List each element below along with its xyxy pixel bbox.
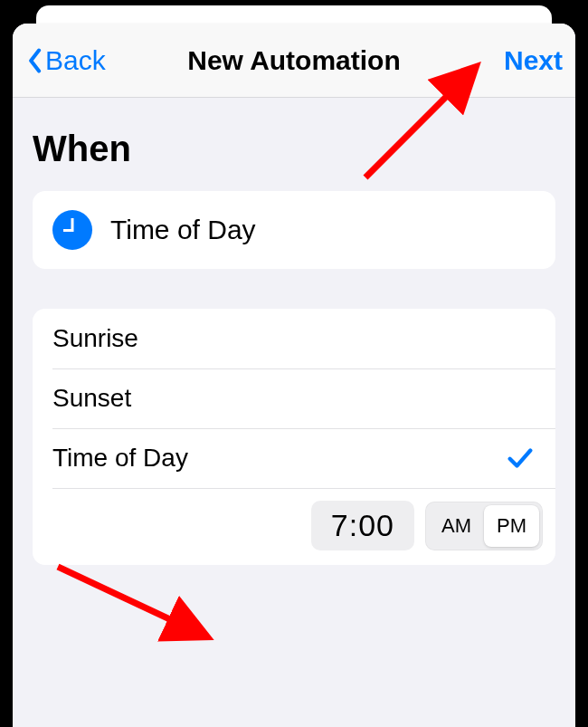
time-picker-row: 7:00 AM PM [33, 488, 555, 565]
svg-line-1 [58, 567, 203, 635]
section-heading: When [33, 98, 555, 191]
option-label: Time of Day [52, 444, 188, 473]
option-sunset[interactable]: Sunset [33, 368, 555, 428]
option-label: Sunset [52, 384, 131, 413]
back-label: Back [45, 45, 106, 76]
time-value[interactable]: 7:00 [311, 501, 414, 550]
trigger-row[interactable]: Time of Day [33, 191, 555, 269]
back-button[interactable]: Back [25, 45, 106, 76]
option-sunrise[interactable]: Sunrise [33, 309, 555, 368]
ampm-segmented-control[interactable]: AM PM [425, 502, 543, 550]
time-options-group: Sunrise Sunset Time of Day 7:00 AM PM [33, 309, 555, 565]
trigger-label: Time of Day [110, 215, 256, 245]
next-button[interactable]: Next [504, 45, 563, 76]
segment-pm[interactable]: PM [484, 505, 539, 547]
modal-sheet: Back New Automation Next When Time of Da… [13, 24, 575, 727]
navigation-bar: Back New Automation Next [13, 24, 575, 98]
segment-am[interactable]: AM [429, 505, 484, 547]
option-time-of-day[interactable]: Time of Day [33, 428, 555, 488]
clock-icon [52, 210, 92, 250]
chevron-left-icon [25, 45, 43, 76]
annotation-arrow-icon [49, 549, 230, 657]
option-label: Sunrise [52, 324, 138, 353]
trigger-group: Time of Day [33, 191, 555, 269]
checkmark-icon [505, 443, 536, 474]
